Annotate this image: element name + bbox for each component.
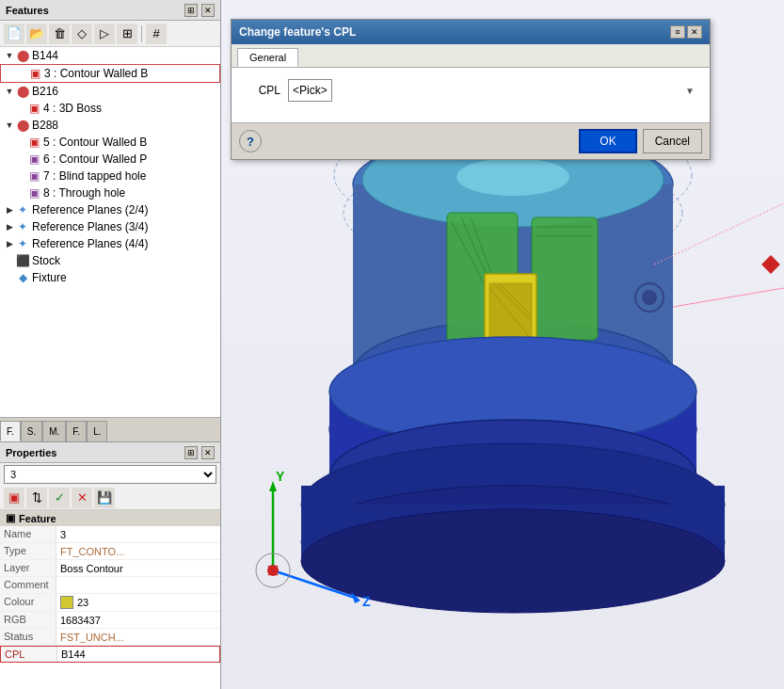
prop-type-value: FT_CONTO... (56, 543, 220, 559)
tree-item-feat4[interactable]: ▣ 4 : 3D Boss (0, 100, 220, 117)
tree-item-b216[interactable]: ▼ ⬤ B216 (0, 83, 220, 100)
properties-title: Properties (6, 447, 56, 458)
tree-item-feat3[interactable]: ▣ 3 : Contour Walled B (0, 64, 220, 83)
tree-arrow-b216[interactable]: ▼ (4, 86, 15, 97)
properties-table: ▣ Feature Name 3 Type FT_CONTO... Layer … (0, 510, 220, 689)
tree-label-refplanes1: Reference Planes (2/4) (32, 203, 148, 216)
tree-item-refplanes3[interactable]: ▶ ✦ Reference Planes (4/4) (0, 235, 220, 252)
tree-arrow-fixture (4, 272, 15, 283)
shapes-icon[interactable]: ▷ (94, 24, 115, 44)
tree-item-feat5[interactable]: ▣ 5 : Contour Walled B (0, 134, 220, 151)
tree-item-refplanes2[interactable]: ▶ ✦ Reference Planes (3/4) (0, 218, 220, 235)
tree-arrow-refplanes2[interactable]: ▶ (4, 221, 15, 232)
features-titlebar: Features ⊞ ✕ (0, 0, 220, 21)
tree-label-feat6: 6 : Contour Walled P (43, 152, 147, 166)
prop-name-value: 3 (56, 526, 220, 542)
bottom-tabs: F. S. M. F. L. (0, 417, 220, 441)
tree-item-stock[interactable]: ⬛ Stock (0, 252, 220, 269)
tab-F2[interactable]: F. (66, 421, 87, 441)
ok-button[interactable]: OK (579, 129, 636, 153)
grid-icon[interactable]: ⊞ (117, 24, 137, 44)
new-icon[interactable]: 📄 (4, 24, 24, 44)
prop-row-rgb: RGB 1683437 (0, 612, 220, 629)
tree-label-feat7: 7 : Blind tapped hole (43, 169, 146, 183)
tree-arrow-refplanes1[interactable]: ▶ (4, 204, 15, 216)
prop-row-status: Status FST_UNCH... (0, 629, 220, 646)
tree-arrow-feat5 (15, 136, 26, 148)
features-pin-btn[interactable]: ⊞ (184, 4, 198, 17)
tree-item-feat7[interactable]: ▣ 7 : Blind tapped hole (0, 168, 220, 184)
svg-line-41 (654, 203, 784, 264)
dialog-buttons: OK Cancel (579, 129, 702, 153)
hash-icon[interactable]: # (146, 24, 167, 44)
tree-item-fixture[interactable]: ◆ Fixture (0, 269, 220, 286)
tree-label-feat5: 5 : Contour Walled B (43, 136, 147, 149)
open-icon[interactable]: 📂 (26, 24, 47, 44)
dialog-titlebar: Change feature's CPL ≡ ✕ (232, 20, 710, 44)
tab-M[interactable]: M. (42, 421, 66, 441)
tree-arrow-b288[interactable]: ▼ (4, 120, 15, 131)
tree-item-b144[interactable]: ▼ ⬤ B144 (0, 47, 220, 64)
prop-feature-icon[interactable]: ▣ (4, 488, 24, 508)
tree-container[interactable]: ▼ ⬤ B144 ▣ 3 : Contour Walled B ▼ ⬤ B216 (0, 47, 220, 417)
prop-x-icon[interactable]: ✕ (72, 488, 92, 508)
viewport[interactable]: Y Z Cha (221, 0, 784, 689)
feature-icon-feat5: ▣ (26, 135, 41, 150)
cpl-row: CPL <Pick> B144 B216 B288 (243, 79, 698, 102)
dialog-menu-btn[interactable]: ≡ (670, 25, 685, 39)
tree-label-feat4: 4 : 3D Boss (43, 102, 102, 115)
cpl-select[interactable]: <Pick> B144 B216 B288 (288, 79, 332, 102)
feature-group-label: Feature (19, 513, 56, 524)
dialog-tab-general[interactable]: General (237, 48, 298, 67)
tree-arrow-feat8 (15, 187, 26, 199)
change-cpl-dialog[interactable]: Change feature's CPL ≡ ✕ General CP (231, 19, 711, 160)
feature-icon-feat3: ▣ (27, 66, 42, 81)
features-title: Features (6, 5, 49, 16)
dialog-footer: ? OK Cancel (232, 122, 710, 159)
cancel-button[interactable]: Cancel (643, 129, 702, 153)
properties-close-btn[interactable]: ✕ (201, 446, 215, 459)
prop-save-icon[interactable]: 💾 (94, 488, 115, 508)
features-close-btn[interactable]: ✕ (201, 4, 215, 17)
dialog-title: Change feature's CPL (239, 25, 356, 39)
prop-check-icon[interactable]: ✓ (49, 488, 70, 508)
tree-label-stock: Stock (32, 254, 60, 267)
dialog-close-btn[interactable]: ✕ (687, 25, 702, 39)
dialog-body: CPL <Pick> B144 B216 B288 (232, 68, 710, 122)
diamond-icon[interactable]: ◇ (72, 24, 92, 44)
toolbar-sep (141, 25, 142, 42)
features-panel: Features ⊞ ✕ 📄 📂 🗑 ◇ ▷ ⊞ # (0, 0, 220, 442)
prop-row-type: Type FT_CONTO... (0, 543, 220, 560)
tab-F1[interactable]: F. (0, 421, 21, 441)
tree-label-refplanes3: Reference Planes (4/4) (32, 237, 148, 250)
tab-L[interactable]: L. (87, 421, 107, 441)
tree-item-refplanes1[interactable]: ▶ ✦ Reference Planes (2/4) (0, 201, 220, 218)
dialog-tabs: General (232, 44, 710, 68)
tree-label-b144: B144 (32, 49, 58, 62)
prop-status-label: Status (0, 629, 56, 645)
prop-row-layer: Layer Boss Contour (0, 560, 220, 577)
feature-icon-feat7: ▣ (26, 168, 41, 184)
sphere-icon-b216: ⬤ (15, 84, 30, 99)
tree-arrow-feat3 (16, 68, 27, 79)
properties-select[interactable]: 3 (4, 465, 216, 484)
delete-icon[interactable]: 🗑 (49, 24, 70, 44)
help-button[interactable]: ? (239, 130, 262, 152)
tree-arrow-b144[interactable]: ▼ (4, 50, 15, 61)
prop-rgb-label: RGB (0, 612, 56, 628)
tree-item-b288[interactable]: ▼ ⬤ B288 (0, 117, 220, 134)
features-toolbar: 📄 📂 🗑 ◇ ▷ ⊞ # (0, 21, 220, 47)
prop-name-label: Name (0, 526, 56, 542)
feature-group-collapse[interactable]: ▣ (6, 512, 15, 524)
tree-item-feat6[interactable]: ▣ 6 : Contour Walled P (0, 151, 220, 168)
tree-item-feat8[interactable]: ▣ 8 : Through hole (0, 184, 220, 201)
tree-arrow-refplanes3[interactable]: ▶ (4, 238, 15, 249)
prop-row-comment: Comment (0, 577, 220, 594)
tree-arrow-feat7 (15, 170, 26, 182)
properties-pin-btn[interactable]: ⊞ (184, 446, 198, 459)
prop-type-label: Type (0, 543, 56, 559)
prop-layer-label: Layer (0, 560, 56, 576)
tab-S[interactable]: S. (21, 421, 42, 441)
cpl-label: CPL (243, 84, 280, 97)
prop-sort-icon[interactable]: ⇅ (26, 488, 47, 508)
